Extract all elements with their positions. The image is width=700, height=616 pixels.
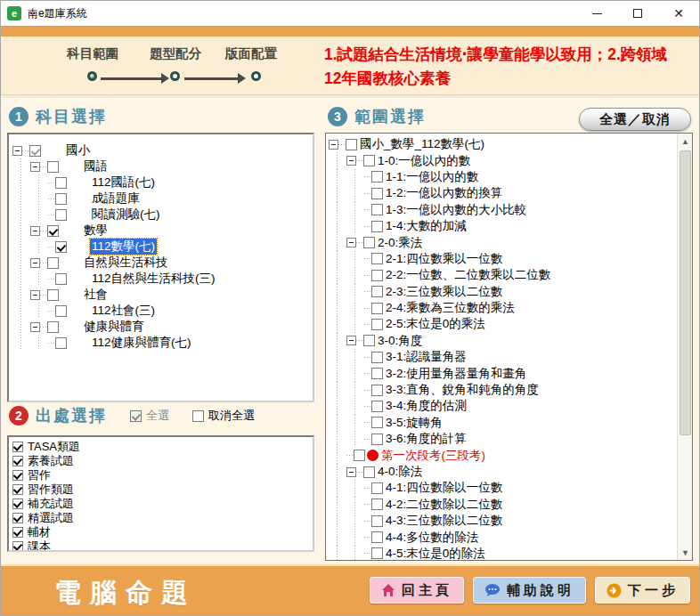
source-list-item[interactable]: 素養試題 bbox=[9, 454, 313, 468]
checkbox[interactable] bbox=[12, 442, 23, 452]
select-all-control[interactable]: 全選 bbox=[130, 408, 169, 424]
tree-item[interactable]: 1-4:大數的加減 bbox=[329, 218, 692, 234]
tree-item-label[interactable]: 成語題庫 bbox=[90, 190, 142, 207]
select-all-checkbox[interactable] bbox=[130, 410, 142, 422]
checkbox[interactable] bbox=[371, 498, 383, 510]
next-step-button[interactable]: 下一步 bbox=[595, 577, 690, 604]
tree-item-label[interactable]: 1-1:一億以內的數 bbox=[384, 169, 480, 185]
checkbox[interactable] bbox=[346, 139, 357, 150]
tree-item[interactable]: 1-0:一億以內的數 bbox=[329, 152, 692, 168]
tree-item-label[interactable]: 112自然與生活科技(三) bbox=[90, 271, 217, 287]
tree-item-label[interactable]: 4-0:除法 bbox=[376, 464, 424, 480]
checkbox[interactable] bbox=[371, 253, 383, 264]
checkbox[interactable] bbox=[12, 456, 23, 466]
tree-item[interactable]: 國小_數學_112數學(七) bbox=[329, 136, 692, 152]
tree-item[interactable]: 112數學(七) bbox=[12, 239, 313, 255]
tree-item[interactable]: 112社會(三) bbox=[12, 303, 313, 319]
tree-item[interactable]: 4-3:三位數除以二位數 bbox=[329, 513, 692, 529]
checkbox[interactable] bbox=[371, 270, 383, 281]
checkbox[interactable] bbox=[47, 289, 59, 301]
step-circle-1[interactable] bbox=[87, 71, 97, 81]
collapse-icon[interactable] bbox=[30, 322, 40, 332]
tree-item-label[interactable]: 2-0:乘法 bbox=[376, 235, 424, 251]
tree-item[interactable]: 3-3:直角、銳角和鈍角的角度 bbox=[329, 382, 692, 398]
tree-item[interactable]: 4-5:末位是0的除法 bbox=[329, 546, 692, 561]
source-list-item[interactable]: 輔材 bbox=[9, 525, 313, 539]
maximize-button[interactable] bbox=[617, 1, 658, 26]
checkbox[interactable] bbox=[55, 209, 67, 221]
collapse-icon[interactable] bbox=[30, 226, 40, 236]
checkbox[interactable] bbox=[363, 335, 375, 346]
collapse-icon[interactable] bbox=[30, 162, 40, 172]
scroll-up-icon[interactable]: ▲ bbox=[678, 134, 693, 149]
minimize-button[interactable] bbox=[576, 1, 617, 26]
checkbox[interactable] bbox=[371, 204, 383, 215]
tree-item[interactable]: 2-3:三位數乘以二位數 bbox=[329, 284, 692, 300]
source-list-item[interactable]: TASA類題 bbox=[9, 440, 313, 454]
checkbox[interactable] bbox=[371, 303, 383, 314]
checkbox[interactable] bbox=[363, 466, 375, 478]
tree-item[interactable]: 2-4:乘數為三位數的乘法 bbox=[329, 300, 692, 316]
tree-item[interactable]: 第一次段考(三段考) bbox=[329, 447, 692, 463]
tree-item[interactable]: 4-2:二位數除以二位數 bbox=[329, 497, 692, 513]
checkbox[interactable] bbox=[371, 171, 383, 182]
tree-item-label[interactable]: 3-1:認識量角器 bbox=[384, 349, 468, 365]
tree-item-label[interactable]: 閱讀測驗(七) bbox=[90, 207, 162, 223]
source-list-item[interactable]: 補充試題 bbox=[9, 497, 313, 511]
checkbox[interactable] bbox=[12, 498, 23, 509]
tree-item[interactable]: 自然與生活科技 bbox=[12, 255, 313, 271]
tree-item-label[interactable]: 3-0:角度 bbox=[376, 333, 424, 349]
tree-item-label[interactable]: 4-4:多位數的除法 bbox=[384, 530, 480, 546]
checkbox[interactable] bbox=[371, 221, 383, 232]
tree-item-label[interactable]: 1-3:一億以內數的大小比較 bbox=[384, 202, 528, 218]
tree-item[interactable]: 3-6:角度的計算 bbox=[329, 431, 692, 447]
checkbox[interactable] bbox=[371, 417, 383, 428]
checkbox[interactable] bbox=[12, 527, 23, 538]
tree-item[interactable]: 成語題庫 bbox=[12, 190, 313, 207]
tree-item[interactable]: 112國語(七) bbox=[12, 174, 313, 190]
tree-item[interactable]: 2-2:一位數、二位數乘以二位數 bbox=[329, 267, 692, 283]
tree-item-label[interactable]: 2-4:乘數為三位數的乘法 bbox=[384, 300, 517, 316]
tree-item-label[interactable]: 1-4:大數的加減 bbox=[384, 218, 468, 234]
checkbox[interactable] bbox=[371, 352, 383, 363]
scrollbar-thumb[interactable] bbox=[680, 150, 691, 435]
tree-item-label[interactable]: 國小_數學_112數學(七) bbox=[358, 136, 486, 152]
tree-item[interactable]: 數學 bbox=[12, 223, 313, 239]
tree-item[interactable]: 國小 bbox=[12, 142, 313, 158]
checkbox[interactable] bbox=[354, 450, 365, 461]
tree-item-label[interactable]: 112社會(三) bbox=[90, 303, 157, 319]
tree-item[interactable]: 社會 bbox=[12, 287, 313, 303]
tree-item[interactable]: 4-0:除法 bbox=[329, 464, 692, 480]
checkbox[interactable] bbox=[371, 385, 383, 396]
tree-item-label[interactable]: 3-3:直角、銳角和鈍角的角度 bbox=[384, 382, 541, 398]
home-button[interactable]: 回主頁 bbox=[370, 577, 464, 604]
tree-item-label[interactable]: 3-4:角度的估測 bbox=[384, 398, 468, 414]
checkbox[interactable] bbox=[55, 177, 67, 189]
checkbox[interactable] bbox=[371, 515, 383, 527]
checkbox[interactable] bbox=[371, 547, 383, 559]
tree-item[interactable]: 國語 bbox=[12, 158, 313, 174]
checkbox[interactable] bbox=[371, 319, 383, 330]
source-list-item[interactable]: 課本 bbox=[9, 539, 313, 552]
tree-item-label[interactable]: 3-6:角度的計算 bbox=[384, 431, 468, 447]
checkbox[interactable] bbox=[371, 434, 383, 445]
tree-item[interactable]: 1-2:一億以內數的換算 bbox=[329, 185, 692, 201]
checkbox[interactable] bbox=[371, 286, 383, 297]
checkbox[interactable] bbox=[371, 188, 383, 199]
select-toggle-button[interactable]: 全選／取消 bbox=[579, 108, 691, 131]
checkbox[interactable] bbox=[55, 193, 67, 205]
tree-item-label[interactable]: 4-3:三位數除以二位數 bbox=[384, 513, 504, 529]
checkbox[interactable] bbox=[12, 470, 23, 481]
help-button[interactable]: 輔助說明 bbox=[473, 577, 586, 604]
tree-item-label[interactable]: 2-1:四位數乘以一位數 bbox=[384, 251, 504, 267]
checkbox[interactable] bbox=[55, 241, 67, 253]
tree-item[interactable]: 3-2:使用量角器量角和畫角 bbox=[329, 365, 692, 381]
checkbox[interactable] bbox=[12, 541, 23, 552]
tree-item-label[interactable]: 自然與生活科技 bbox=[82, 255, 170, 271]
scrollbar[interactable]: ▲ ▼ bbox=[677, 134, 692, 560]
checkbox[interactable] bbox=[55, 273, 67, 285]
tree-item-label[interactable]: 國語 bbox=[82, 158, 110, 174]
checkbox[interactable] bbox=[371, 482, 383, 494]
tree-item-label[interactable]: 2-5:末位是0的乘法 bbox=[384, 316, 487, 332]
tree-item-label[interactable]: 社會 bbox=[82, 287, 110, 303]
